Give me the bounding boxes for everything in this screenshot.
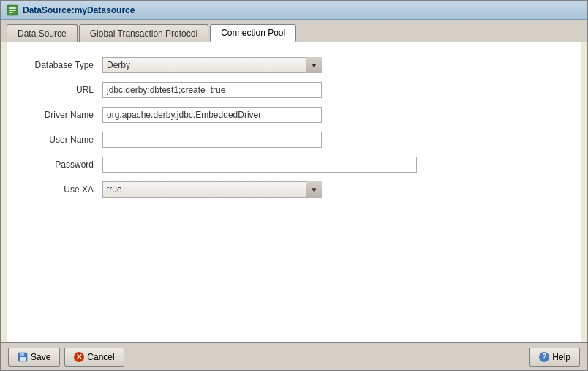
svg-rect-1 bbox=[9, 7, 16, 9]
svg-rect-6 bbox=[20, 357, 26, 361]
cancel-button[interactable]: ✕ Cancel bbox=[64, 348, 124, 367]
url-label: URL bbox=[22, 85, 102, 95]
use-xa-select[interactable]: true false bbox=[102, 181, 322, 198]
footer-left-buttons: Save ✕ Cancel bbox=[8, 348, 124, 367]
driver-name-input[interactable] bbox=[102, 107, 322, 123]
save-icon bbox=[18, 352, 28, 362]
svg-rect-2 bbox=[9, 10, 16, 11]
password-row: Password bbox=[22, 157, 566, 173]
user-name-label: User Name bbox=[22, 135, 102, 145]
user-name-input[interactable] bbox=[102, 132, 322, 148]
window-title: DataSource:myDatasource bbox=[23, 5, 135, 15]
driver-name-label: Driver Name bbox=[22, 110, 102, 120]
svg-rect-3 bbox=[9, 12, 13, 13]
password-input[interactable] bbox=[102, 157, 417, 173]
datasource-icon bbox=[7, 4, 18, 16]
url-input[interactable] bbox=[102, 82, 322, 98]
help-icon: ? bbox=[539, 352, 549, 362]
tabs-container: Data Source Global Transaction Protocol … bbox=[1, 20, 587, 42]
content-area: Database Type Derby MySQL PostgreSQL Ora… bbox=[7, 42, 581, 342]
use-xa-select-wrapper: true false ▼ bbox=[102, 181, 322, 198]
footer: Save ✕ Cancel ? Help bbox=[1, 342, 587, 370]
database-type-select-wrapper: Derby MySQL PostgreSQL Oracle MSSQL ▼ bbox=[102, 57, 322, 73]
help-button[interactable]: ? Help bbox=[529, 348, 580, 367]
cancel-icon: ✕ bbox=[74, 352, 84, 362]
url-row: URL bbox=[22, 82, 566, 98]
title-bar: DataSource:myDatasource bbox=[1, 1, 587, 20]
use-xa-row: Use XA true false ▼ bbox=[22, 181, 566, 198]
password-label: Password bbox=[22, 160, 102, 170]
database-type-label: Database Type bbox=[22, 60, 102, 70]
database-type-select[interactable]: Derby MySQL PostgreSQL Oracle MSSQL bbox=[102, 57, 322, 73]
tab-connection-pool[interactable]: Connection Pool bbox=[210, 24, 296, 42]
svg-rect-5 bbox=[20, 353, 24, 356]
save-button[interactable]: Save bbox=[8, 348, 60, 367]
database-type-row: Database Type Derby MySQL PostgreSQL Ora… bbox=[22, 57, 566, 73]
footer-right-buttons: ? Help bbox=[529, 348, 580, 367]
driver-name-row: Driver Name bbox=[22, 107, 566, 123]
use-xa-label: Use XA bbox=[22, 184, 102, 195]
tab-data-source[interactable]: Data Source bbox=[7, 24, 78, 42]
main-window: DataSource:myDatasource Data Source Glob… bbox=[0, 0, 588, 371]
user-name-row: User Name bbox=[22, 132, 566, 148]
tab-global-transaction[interactable]: Global Transaction Protocol bbox=[79, 24, 208, 42]
